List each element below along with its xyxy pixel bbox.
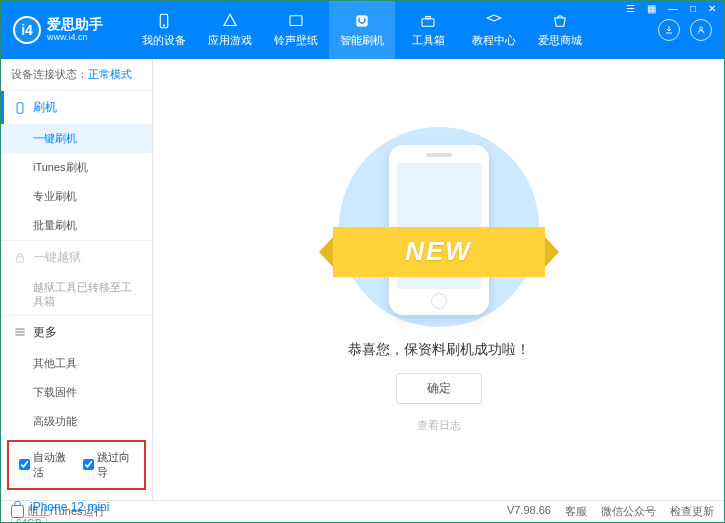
header-bar: i4 爱思助手 www.i4.cn 我的设备 应用游戏 铃声壁纸 智能刷机 工具… xyxy=(1,1,724,59)
nav-toolbox[interactable]: 工具箱 xyxy=(395,1,461,59)
nav-label: 铃声壁纸 xyxy=(274,33,318,48)
close-icon[interactable]: ✕ xyxy=(705,2,719,15)
sidebar-flash-header[interactable]: 刷机 xyxy=(1,91,152,124)
nav-my-device[interactable]: 我的设备 xyxy=(131,1,197,59)
connection-status: 设备连接状态：正常模式 xyxy=(1,59,152,90)
apps-icon xyxy=(221,12,239,30)
brand-name: 爱思助手 xyxy=(47,17,103,32)
jailbreak-note: 越狱工具已转移至工具箱 xyxy=(1,274,152,315)
sidebar-item-pro-flash[interactable]: 专业刷机 xyxy=(1,182,152,211)
nav-label: 教程中心 xyxy=(472,33,516,48)
nav-label: 智能刷机 xyxy=(340,33,384,48)
checkbox-skip-guide[interactable]: 跳过向导 xyxy=(83,450,135,480)
window-controls: ☰ ▦ — □ ✕ xyxy=(623,2,719,15)
new-ribbon: NEW xyxy=(333,227,545,277)
lock-icon xyxy=(13,251,27,265)
wallpaper-icon xyxy=(287,12,305,30)
flash-options-highlight: 自动激活 跳过向导 xyxy=(7,440,146,490)
minimize-icon[interactable]: — xyxy=(665,2,681,15)
flash-icon xyxy=(353,12,371,30)
svg-rect-8 xyxy=(17,256,24,261)
maximize-icon[interactable]: □ xyxy=(687,2,699,15)
update-link[interactable]: 检查更新 xyxy=(670,504,714,519)
view-log-link[interactable]: 查看日志 xyxy=(417,418,461,433)
nav-label: 我的设备 xyxy=(142,33,186,48)
svg-rect-7 xyxy=(17,102,23,113)
checkbox-block-itunes[interactable]: 阻止iTunes运行 xyxy=(11,504,105,519)
sidebar-item-other-tools[interactable]: 其他工具 xyxy=(1,349,152,378)
version-label: V7.98.66 xyxy=(507,504,551,519)
menu-icon[interactable]: ☰ xyxy=(623,2,638,15)
wechat-link[interactable]: 微信公众号 xyxy=(601,504,656,519)
sidebar-more-header[interactable]: 更多 xyxy=(1,316,152,349)
svg-rect-2 xyxy=(290,16,302,26)
nav-apps[interactable]: 应用游戏 xyxy=(197,1,263,59)
sidebar-item-download-fw[interactable]: 下载固件 xyxy=(1,378,152,407)
nav-label: 爱思商城 xyxy=(538,33,582,48)
tutorial-icon xyxy=(485,12,503,30)
nav-ringtones[interactable]: 铃声壁纸 xyxy=(263,1,329,59)
download-icon[interactable] xyxy=(658,19,680,41)
nav-label: 工具箱 xyxy=(412,33,445,48)
logo-icon: i4 xyxy=(13,16,41,44)
device-icon xyxy=(155,12,173,30)
nav-store[interactable]: 爱思商城 xyxy=(527,1,593,59)
sidebar: 设备连接状态：正常模式 刷机 一键刷机 iTunes刷机 专业刷机 批量刷机 一… xyxy=(1,59,153,500)
success-message: 恭喜您，保资料刷机成功啦！ xyxy=(348,341,530,359)
svg-rect-3 xyxy=(357,16,368,27)
main-nav: 我的设备 应用游戏 铃声壁纸 智能刷机 工具箱 教程中心 爱思商城 xyxy=(131,1,658,59)
checkbox-auto-activate[interactable]: 自动激活 xyxy=(19,450,71,480)
sidebar-jailbreak-header: 一键越狱 xyxy=(1,241,152,274)
sidebar-item-oneclick-flash[interactable]: 一键刷机 xyxy=(1,124,152,153)
sidebar-item-advanced[interactable]: 高级功能 xyxy=(1,407,152,436)
nav-label: 应用游戏 xyxy=(208,33,252,48)
svg-point-6 xyxy=(700,27,703,30)
phone-icon xyxy=(13,101,27,115)
nav-flash[interactable]: 智能刷机 xyxy=(329,1,395,59)
sidebar-item-batch-flash[interactable]: 批量刷机 xyxy=(1,211,152,240)
logo[interactable]: i4 爱思助手 www.i4.cn xyxy=(13,16,131,44)
toolbox-icon xyxy=(419,12,437,30)
svg-rect-4 xyxy=(422,19,434,27)
brand-url: www.i4.cn xyxy=(47,33,103,43)
nav-tutorials[interactable]: 教程中心 xyxy=(461,1,527,59)
user-icon[interactable] xyxy=(690,19,712,41)
success-illustration: NEW xyxy=(339,127,539,327)
store-icon xyxy=(551,12,569,30)
thumb-icon[interactable]: ▦ xyxy=(644,2,659,15)
sidebar-item-itunes-flash[interactable]: iTunes刷机 xyxy=(1,153,152,182)
main-content: NEW 恭喜您，保资料刷机成功啦！ 确定 查看日志 xyxy=(153,59,724,500)
more-icon xyxy=(13,325,27,339)
svg-rect-5 xyxy=(426,17,431,19)
svg-point-1 xyxy=(163,25,165,27)
ok-button[interactable]: 确定 xyxy=(396,373,482,404)
service-link[interactable]: 客服 xyxy=(565,504,587,519)
